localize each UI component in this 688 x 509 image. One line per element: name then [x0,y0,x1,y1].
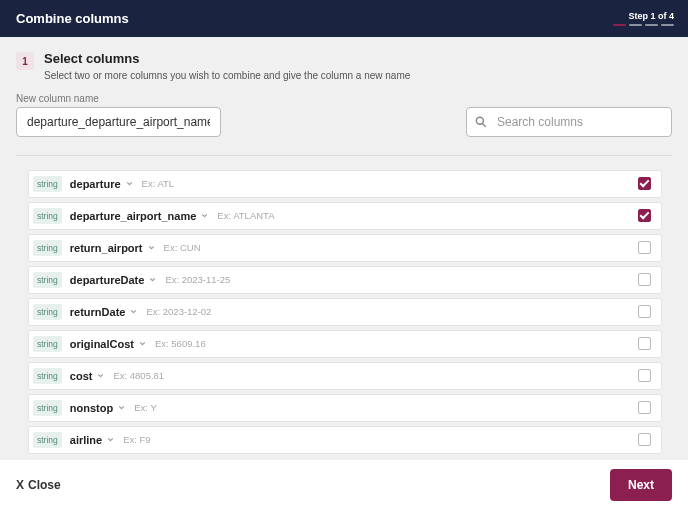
chevron-down-icon[interactable] [148,275,157,284]
type-badge: string [33,336,62,352]
chevron-down-icon[interactable] [117,403,126,412]
type-badge: string [33,176,62,192]
search-wrap [466,107,672,137]
column-name: departure_airport_name [70,210,197,222]
dialog-content: 1 Select columns Select two or more colu… [0,37,688,459]
column-row[interactable]: stringdepartureEx: ATL [28,170,662,198]
step-number-badge: 1 [16,52,34,70]
column-row[interactable]: stringdeparture_airport_nameEx: ATLANTA [28,202,662,230]
svg-line-1 [482,123,485,126]
column-checkbox[interactable] [638,273,651,286]
svg-point-0 [476,117,483,124]
type-badge: string [33,272,62,288]
column-name: returnDate [70,306,126,318]
new-column-input[interactable] [16,107,221,137]
dialog-title: Combine columns [16,11,129,26]
column-example: Ex: 5609.16 [155,338,206,349]
column-example: Ex: ATLANTA [217,210,274,221]
column-row[interactable]: stringoriginalCostEx: 5609.16 [28,330,662,358]
column-name: originalCost [70,338,134,350]
dialog-header: Combine columns Step 1 of 4 [0,0,688,37]
chevron-down-icon[interactable] [96,371,105,380]
new-column-label: New column name [16,93,672,104]
step-bar-4 [661,24,674,27]
column-checkbox[interactable] [638,369,651,382]
dialog-footer: X Close Next [0,459,688,509]
section-title: Select columns [44,51,410,68]
column-example: Ex: CUN [164,242,201,253]
column-checkbox[interactable] [638,209,651,222]
chevron-down-icon[interactable] [200,211,209,220]
column-example: Ex: Y [134,402,157,413]
close-button[interactable]: X Close [16,478,61,492]
type-badge: string [33,400,62,416]
column-row[interactable]: stringnonstopEx: Y [28,394,662,422]
type-badge: string [33,304,62,320]
close-icon: X [16,478,24,492]
column-name: airline [70,434,102,446]
type-badge: string [33,432,62,448]
column-example: Ex: F9 [123,434,150,445]
chevron-down-icon[interactable] [125,179,134,188]
column-checkbox[interactable] [638,305,651,318]
section-subtitle: Select two or more columns you wish to c… [44,70,410,81]
column-checkbox[interactable] [638,433,651,446]
column-example: Ex: ATL [142,178,175,189]
step-bars [613,24,674,27]
column-name: departure [70,178,121,190]
step-bar-1 [613,24,626,27]
chevron-down-icon[interactable] [147,243,156,252]
chevron-down-icon[interactable] [129,307,138,316]
column-example: Ex: 2023-12-02 [146,306,211,317]
column-name: departureDate [70,274,145,286]
chevron-down-icon[interactable] [106,435,115,444]
column-checkbox[interactable] [638,401,651,414]
chevron-down-icon[interactable] [138,339,147,348]
type-badge: string [33,240,62,256]
column-row[interactable]: stringcostEx: 4805.81 [28,362,662,390]
type-badge: string [33,208,62,224]
column-row[interactable]: stringdepartureDateEx: 2023-11-25 [28,266,662,294]
search-input[interactable] [466,107,672,137]
column-checkbox[interactable] [638,177,651,190]
column-row[interactable]: stringreturn_airportEx: CUN [28,234,662,262]
column-row[interactable]: stringairlineEx: F9 [28,426,662,454]
type-badge: string [33,368,62,384]
column-list[interactable]: stringdepartureEx: ATLstringdeparture_ai… [28,170,672,455]
step-bar-3 [645,24,658,27]
column-example: Ex: 4805.81 [113,370,164,381]
search-icon [474,115,488,129]
column-example: Ex: 2023-11-25 [165,274,230,285]
column-row[interactable]: stringreturnDateEx: 2023-12-02 [28,298,662,326]
column-name: nonstop [70,402,113,414]
next-button[interactable]: Next [610,469,672,501]
column-name: cost [70,370,93,382]
step-text: Step 1 of 4 [628,11,674,21]
step-indicator: Step 1 of 4 [613,11,674,27]
column-checkbox[interactable] [638,241,651,254]
column-checkbox[interactable] [638,337,651,350]
section-header: 1 Select columns Select two or more colu… [16,51,672,81]
step-bar-2 [629,24,642,27]
close-label: Close [28,478,61,492]
column-name: return_airport [70,242,143,254]
column-list-container: stringdepartureEx: ATLstringdeparture_ai… [0,156,688,459]
